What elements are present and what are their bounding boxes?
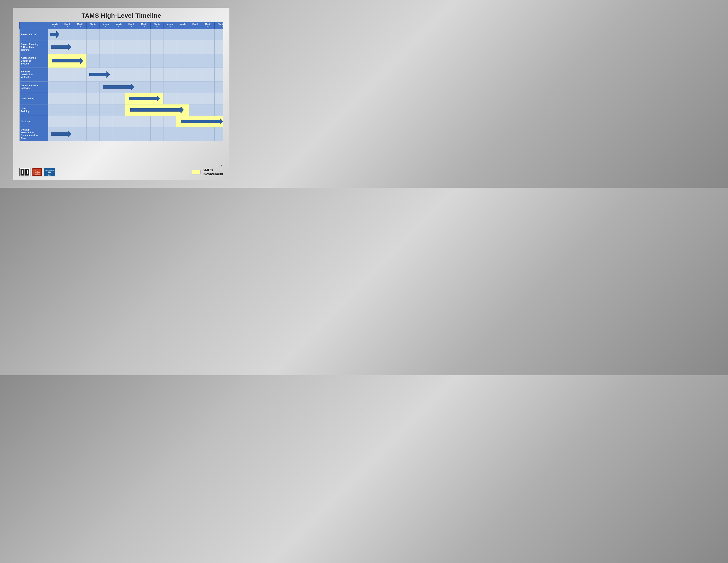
empty-cell [138, 29, 151, 40]
empty-cell [99, 104, 112, 116]
empty-cell [138, 68, 151, 81]
svg-marker-6 [130, 107, 184, 113]
header-month-4: Month4 [87, 22, 99, 29]
svg-marker-8 [51, 131, 71, 137]
empty-cell [99, 93, 112, 104]
empty-cell [125, 29, 138, 40]
empty-cell [112, 40, 125, 54]
empty-cell [99, 40, 112, 54]
empty-cell [176, 127, 189, 141]
empty-cell [163, 81, 176, 93]
header-month-12: Month12 [189, 22, 202, 29]
page-title: TAMS High-Level Timeline [19, 12, 223, 19]
empty-cell [176, 29, 189, 40]
empty-cell [176, 54, 189, 68]
svg-text:DEQ: DEQ [48, 171, 51, 173]
empty-cell [176, 93, 189, 104]
empty-cell [74, 68, 87, 81]
empty-cell [87, 40, 99, 54]
page-number: 2 [220, 165, 222, 169]
arrow-cell [48, 127, 74, 141]
empty-cell [74, 104, 87, 116]
empty-cell [163, 68, 176, 81]
task-label: Assessment &Design ofSystem [20, 54, 48, 68]
header-task-col [20, 22, 48, 29]
empty-cell [163, 116, 176, 127]
empty-cell [48, 68, 61, 81]
empty-cell [125, 116, 138, 127]
arrow-cell [125, 104, 189, 116]
header-row: Month1 Month2 Month3 Month4 Month5 Month… [20, 22, 223, 29]
empty-cell [61, 116, 74, 127]
empty-cell [163, 127, 176, 141]
arrow-cell [48, 29, 61, 40]
empty-cell [74, 29, 87, 40]
empty-cell [163, 54, 176, 68]
empty-cell [189, 29, 202, 40]
empty-cell [202, 93, 215, 104]
empty-cell [61, 68, 74, 81]
empty-cell [99, 54, 112, 68]
empty-cell [61, 29, 74, 40]
empty-cell [215, 68, 223, 81]
header-month-6: Month6 [112, 22, 125, 29]
svg-marker-4 [103, 84, 134, 90]
header-month-5: Month5 [99, 22, 112, 29]
logo-jt [19, 168, 30, 176]
empty-cell [125, 127, 138, 141]
empty-cell [48, 81, 61, 93]
empty-cell [189, 68, 202, 81]
arrow-cell [48, 40, 74, 54]
empty-cell [189, 104, 202, 116]
empty-cell [112, 93, 125, 104]
task-label: Go -Live [20, 116, 48, 127]
task-label: User Testing [20, 93, 48, 104]
footer: Oregon Department of Agriculture State o… [19, 168, 223, 176]
header-month-3: Month3 [74, 22, 87, 29]
empty-cell [189, 54, 202, 68]
empty-cell [74, 81, 87, 93]
empty-cell [151, 116, 163, 127]
arrow-cell [87, 68, 112, 81]
empty-cell [99, 127, 112, 141]
empty-cell [125, 68, 138, 81]
svg-marker-0 [50, 31, 59, 38]
table-row: SoftwareInstallation,Validation [20, 68, 223, 81]
empty-cell [151, 127, 163, 141]
empty-cell [176, 68, 189, 81]
arrow-cell [99, 81, 138, 93]
svg-text:Agriculture: Agriculture [35, 174, 40, 175]
empty-cell [87, 81, 99, 93]
empty-cell [112, 116, 125, 127]
empty-cell [215, 81, 223, 93]
logo-area: Oregon Department of Agriculture State o… [19, 168, 55, 176]
empty-cell [99, 29, 112, 40]
task-label: Project Kick-off [20, 29, 48, 40]
empty-cell [99, 116, 112, 127]
empty-cell [138, 81, 151, 93]
sme-legend: SME'sinvolvement [192, 168, 223, 176]
empty-cell [112, 54, 125, 68]
empty-cell [202, 127, 215, 141]
empty-cell [202, 81, 215, 93]
sme-label: SME'sinvolvement [203, 168, 223, 176]
table-row: UserTraining [20, 104, 223, 116]
task-label: DevelopTransition &CommunicationPlan [20, 127, 48, 141]
empty-cell [87, 127, 99, 141]
empty-cell [163, 29, 176, 40]
empty-cell [163, 40, 176, 54]
logo-oregon: Oregon Department of Agriculture [32, 168, 43, 176]
empty-cell [202, 104, 215, 116]
empty-cell [112, 68, 125, 81]
header-month-10: Month10 [163, 22, 176, 29]
empty-cell [215, 54, 223, 68]
empty-cell [215, 93, 223, 104]
svg-marker-2 [52, 57, 83, 64]
empty-cell [151, 54, 163, 68]
table-row: Go -Live [20, 116, 223, 127]
header-month-8: Month8 [138, 22, 151, 29]
empty-cell [112, 29, 125, 40]
table-row: Project Planning& Core TeamTraining [20, 40, 223, 54]
empty-cell [138, 40, 151, 54]
header-month-2: Month2 [61, 22, 74, 29]
